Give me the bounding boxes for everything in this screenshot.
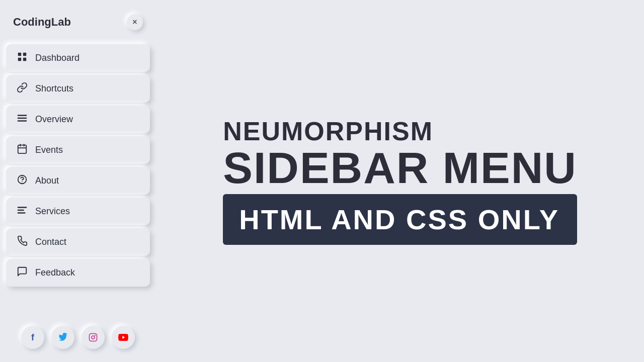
svg-rect-1	[23, 53, 26, 56]
close-button[interactable]: ×	[127, 14, 143, 30]
sidebar: CodingLab × Dashboard	[0, 0, 156, 362]
sidebar-item-services[interactable]: Services	[6, 198, 150, 225]
social-bar: f	[6, 318, 150, 353]
nav-list: Dashboard Shortcuts	[6, 44, 150, 318]
svg-point-17	[92, 336, 95, 339]
sidebar-item-contact[interactable]: Contact	[6, 228, 150, 256]
svg-rect-2	[18, 58, 21, 61]
facebook-button[interactable]: f	[21, 326, 44, 349]
svg-point-12	[22, 182, 23, 182]
sidebar-label-dashboard: Dashboard	[35, 53, 79, 63]
sidebar-label-events: Events	[35, 145, 63, 155]
content-area: NEUMORPHISM SIDEBAR MENU HTML AND CSS ON…	[223, 117, 577, 245]
youtube-button[interactable]	[112, 326, 135, 349]
sidebar-link-dashboard[interactable]: Dashboard	[6, 44, 150, 72]
main-content: NEUMORPHISM SIDEBAR MENU HTML AND CSS ON…	[156, 0, 644, 362]
grid-icon	[16, 51, 28, 65]
sidebar-label-shortcuts: Shortcuts	[35, 83, 73, 94]
sidebar-link-shortcuts[interactable]: Shortcuts	[6, 75, 150, 103]
sidebar-label-services: Services	[35, 206, 70, 217]
instagram-button[interactable]	[82, 326, 105, 349]
sidebar-item-feedback[interactable]: Feedback	[6, 259, 150, 287]
sidebar-header: CodingLab ×	[6, 9, 150, 35]
title-line2: SIDEBAR MENU	[223, 146, 577, 190]
sidebar-item-overview[interactable]: Overview	[6, 106, 150, 133]
svg-rect-3	[23, 58, 26, 61]
svg-point-18	[95, 335, 96, 336]
sidebar-link-feedback[interactable]: Feedback	[6, 259, 150, 287]
sidebar-item-about[interactable]: About	[6, 167, 150, 195]
services-icon	[16, 205, 28, 218]
message-icon	[16, 266, 28, 280]
menu-icon	[16, 113, 28, 126]
sidebar-link-about[interactable]: About	[6, 167, 150, 195]
sidebar-link-contact[interactable]: Contact	[6, 228, 150, 256]
sidebar-item-events[interactable]: Events	[6, 136, 150, 164]
sidebar-item-shortcuts[interactable]: Shortcuts	[6, 75, 150, 103]
twitter-button[interactable]	[51, 326, 74, 349]
phone-icon	[16, 235, 28, 249]
title-banner-text: HTML AND CSS ONLY	[239, 204, 559, 235]
svg-rect-16	[90, 334, 97, 341]
sidebar-label-about: About	[35, 175, 59, 186]
sidebar-label-feedback: Feedback	[35, 267, 75, 278]
sidebar-label-overview: Overview	[35, 114, 73, 125]
help-circle-icon	[16, 174, 28, 188]
calendar-icon	[16, 143, 28, 157]
title-line1: NEUMORPHISM	[223, 117, 433, 146]
sidebar-link-overview[interactable]: Overview	[6, 106, 150, 133]
sidebar-title: CodingLab	[13, 16, 71, 29]
link-icon	[16, 82, 28, 96]
sidebar-label-contact: Contact	[35, 237, 66, 247]
title-banner: HTML AND CSS ONLY	[223, 194, 577, 245]
sidebar-item-dashboard[interactable]: Dashboard	[6, 44, 150, 72]
svg-rect-0	[18, 53, 21, 56]
svg-rect-7	[18, 145, 27, 154]
sidebar-link-events[interactable]: Events	[6, 136, 150, 164]
sidebar-link-services[interactable]: Services	[6, 198, 150, 225]
